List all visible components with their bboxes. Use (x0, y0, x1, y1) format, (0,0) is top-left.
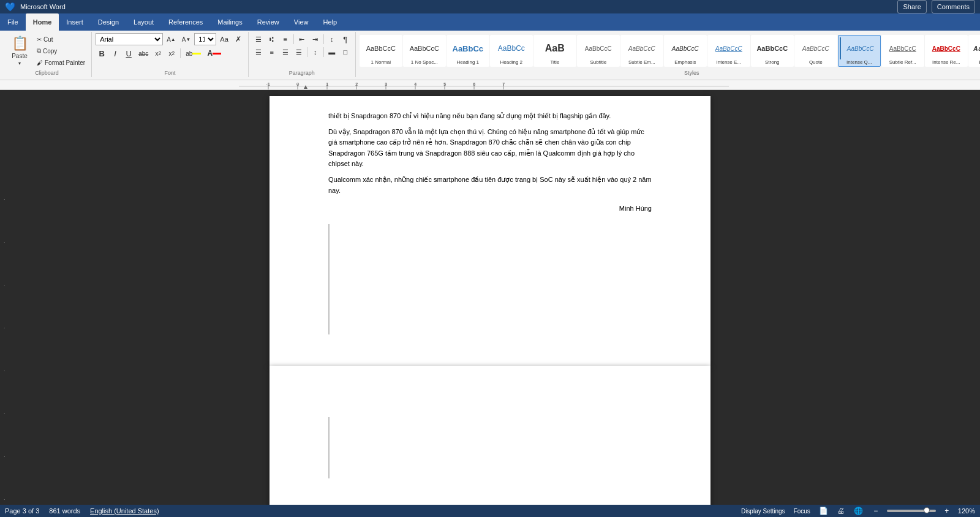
document-area[interactable]: · · · · · · · · thiết bị Snapdragon 870 … (0, 90, 980, 510)
paste-button[interactable]: 📋 Paste ▾ (6, 34, 33, 68)
subscript-button[interactable]: x2 (152, 47, 164, 59)
title-bar-right: Share Comments (897, 0, 975, 13)
share-button[interactable]: Share (897, 0, 926, 13)
copy-button[interactable]: ⧉Copy (34, 45, 88, 56)
zoom-slider[interactable] (887, 510, 936, 510)
bullets-button[interactable]: ☰ (252, 33, 265, 45)
borders-button[interactable]: □ (339, 46, 352, 58)
format-painter-button[interactable]: 🖌Format Painter (34, 57, 88, 68)
tab-file[interactable]: File (0, 13, 26, 31)
grow-font-button[interactable]: A▼ (179, 33, 194, 45)
page-2[interactable] (270, 366, 710, 510)
style-strong[interactable]: AaBbCcC Strong (751, 35, 794, 67)
status-bar: Page 3 of 3 861 words English (United St… (0, 505, 980, 510)
style-subtitle[interactable]: AaBbCcC Subtitle (577, 35, 620, 67)
word-count: 861 words (49, 507, 80, 510)
tab-home[interactable]: Home (26, 13, 59, 31)
print-view-button[interactable]: 🖨 (835, 505, 847, 510)
styles-label: Styles (360, 69, 980, 76)
style-emphasis[interactable]: AaBbCcC Emphasis (664, 35, 707, 67)
zoom-in-button[interactable]: + (941, 505, 953, 510)
svg-text:5: 5 (443, 81, 447, 87)
zoom-thumb (924, 507, 930, 510)
app-title: Microsoft Word (20, 3, 66, 10)
read-view-button[interactable]: 📄 (817, 505, 830, 510)
display-settings-button[interactable]: Display Settings (739, 505, 787, 510)
align-left-button[interactable]: ☰ (252, 46, 265, 58)
show-marks-button[interactable]: ¶ (339, 33, 352, 45)
style-heading2[interactable]: AaBbCc Heading 2 (490, 35, 533, 67)
text-highlight-button[interactable]: ab (183, 47, 203, 59)
paragraph-intro: thiết bị Snapdragon 870 chỉ vì hiệu năng… (328, 111, 652, 122)
bold-button[interactable]: B (96, 47, 108, 59)
tab-design[interactable]: Design (91, 13, 126, 31)
font-family-select[interactable]: Arial (96, 33, 163, 45)
paragraph-group: ☰ ⑆ ≡ ⇤ ⇥ ↕ ¶ ☰ ≡ ☰ ☰ ↕ ▬ □ Pa (249, 32, 356, 77)
paragraph-label: Paragraph (252, 69, 352, 76)
font-size-select[interactable]: 11 (194, 33, 216, 45)
style-no-spacing[interactable]: AaBbCcC 1 No Spac... (403, 35, 446, 67)
zoom-out-button[interactable]: − (870, 505, 882, 510)
clear-formatting-button[interactable]: ✗ (232, 33, 244, 45)
status-right: Display Settings Focus 📄 🖨 🌐 − + 120% (739, 505, 975, 510)
style-book-title[interactable]: AaBbCcC Book Title (968, 35, 980, 67)
tab-review[interactable]: Review (250, 13, 287, 31)
shrink-font-button[interactable]: A▲ (164, 33, 178, 45)
language[interactable]: English (United States) (90, 507, 159, 510)
font-top-row: Arial A▲ A▼ 11 Aa ✗ B I U abc x2 x2 ab (96, 33, 244, 69)
text-cursor (328, 224, 330, 334)
para-sep3 (307, 47, 307, 57)
page2-cursor-area[interactable] (328, 417, 652, 478)
svg-text:7: 7 (502, 81, 505, 87)
zoom-level[interactable]: 120% (958, 507, 975, 510)
increase-indent-button[interactable]: ⇥ (309, 33, 322, 45)
paragraph-body2: Qualcomm xác nhận, những chiếc smartphon… (328, 175, 652, 196)
cursor-area[interactable] (328, 224, 652, 334)
tab-help[interactable]: Help (315, 13, 344, 31)
tab-view[interactable]: View (287, 13, 316, 31)
focus-button[interactable]: Focus (792, 505, 812, 510)
styles-content: AaBbCcC 1 Normal AaBbCcC 1 No Spac... Aa… (360, 33, 980, 69)
superscript-button[interactable]: x2 (165, 47, 178, 59)
decrease-indent-button[interactable]: ⇤ (296, 33, 308, 45)
strikethrough-button[interactable]: abc (136, 47, 151, 59)
style-intense-quote[interactable]: AaBbCcC Intense Q... (838, 35, 881, 67)
style-quote[interactable]: AaBbCcC Quote (794, 35, 837, 67)
comments-button[interactable]: Comments (932, 0, 975, 13)
para-sep2 (323, 34, 324, 44)
underline-button[interactable]: U (123, 47, 135, 59)
svg-text:6: 6 (473, 81, 476, 87)
style-intense-em[interactable]: AaBbCcC Intense E... (707, 35, 750, 67)
align-right-button[interactable]: ☰ (279, 46, 292, 58)
paragraph-content: ☰ ⑆ ≡ ⇤ ⇥ ↕ ¶ ☰ ≡ ☰ ☰ ↕ ▬ □ (252, 33, 352, 69)
paragraph-author: Minh Hùng (328, 203, 652, 214)
style-heading1[interactable]: AaBbCc Heading 1 (447, 35, 489, 67)
change-case-button[interactable]: Aa (217, 33, 230, 45)
style-normal[interactable]: AaBbCcC 1 Normal (360, 35, 402, 67)
multilevel-button[interactable]: ≡ (279, 33, 292, 45)
style-title[interactable]: AaB Title (533, 35, 576, 67)
font-group: Arial A▲ A▼ 11 Aa ✗ B I U abc x2 x2 ab (92, 32, 249, 77)
font-color-button[interactable]: A (205, 47, 224, 59)
italic-button[interactable]: I (109, 47, 121, 59)
cut-button[interactable]: ✂Cut (34, 34, 88, 45)
tab-insert[interactable]: Insert (59, 13, 91, 31)
svg-rect-0 (239, 80, 729, 90)
tab-layout[interactable]: Layout (126, 13, 161, 31)
style-subtle-em[interactable]: AaBbCcC Subtle Em... (620, 35, 663, 67)
line-spacing-button[interactable]: ↕ (309, 46, 322, 58)
tab-references[interactable]: References (161, 13, 210, 31)
tab-mailings[interactable]: Mailings (210, 13, 249, 31)
page-1[interactable]: thiết bị Snapdragon 870 chỉ vì hiệu năng… (270, 96, 710, 366)
shading-button[interactable]: ▬ (326, 46, 338, 58)
sort-button[interactable]: ↕ (326, 33, 338, 45)
paragraph-top-row: ☰ ⑆ ≡ ⇤ ⇥ ↕ ¶ (252, 33, 352, 45)
justify-button[interactable]: ☰ (293, 46, 305, 58)
style-intense-ref[interactable]: AaBbCcC Intense Re... (925, 35, 968, 67)
style-subtle-ref[interactable]: AaBbCcC Subtle Ref... (881, 35, 924, 67)
numbering-button[interactable]: ⑆ (266, 33, 278, 45)
page-info: Page 3 of 3 (5, 507, 39, 510)
web-view-button[interactable]: 🌐 (852, 505, 865, 510)
align-center-button[interactable]: ≡ (266, 46, 278, 58)
svg-text:-1: -1 (266, 81, 271, 87)
